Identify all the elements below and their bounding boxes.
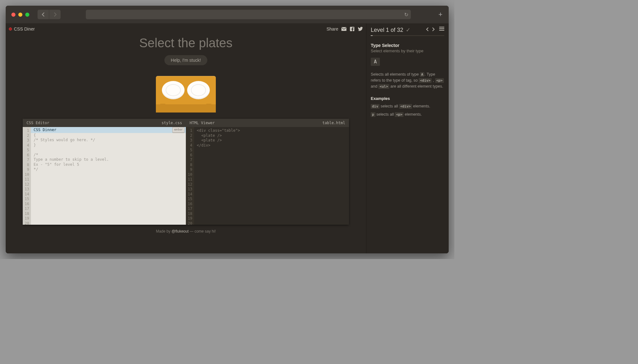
browser-window: ↻ + CSS Diner Share Select the plates He… xyxy=(6,6,449,253)
app-header: CSS Diner Share xyxy=(6,23,366,35)
html-viewer-title: HTML Viewer xyxy=(190,121,215,125)
progress-fill xyxy=(371,35,373,36)
reload-button[interactable]: ↻ xyxy=(404,12,408,18)
hint-text: Selects all elements of type A. Type ref… xyxy=(371,72,444,89)
css-editor-filename: style.css xyxy=(162,121,182,125)
diner-table xyxy=(156,76,216,113)
check-icon: ✓ xyxy=(406,26,411,33)
plate[interactable] xyxy=(187,81,210,99)
footer-suffix: — come say hi! xyxy=(189,229,216,234)
address-bar[interactable]: ↻ xyxy=(86,10,411,19)
footer-author-link[interactable]: @flukeout xyxy=(172,229,189,234)
browser-titlebar: ↻ + xyxy=(6,6,449,23)
syntax-display: A xyxy=(371,58,380,66)
table-edge xyxy=(156,104,216,113)
prev-level-button[interactable] xyxy=(426,27,429,33)
example-1: div selects all <div> elements. xyxy=(371,104,444,108)
brand: CSS Diner xyxy=(9,26,35,32)
css-editor-header: CSS Editor style.css xyxy=(23,119,186,127)
editor-panels: CSS Editor style.css 1 2 3 4 5 6 7 8 9 1… xyxy=(23,119,349,225)
main-area: CSS Diner Share Select the plates Help, … xyxy=(6,23,366,253)
css-line-numbers: 1 2 3 4 5 6 7 8 9 10 11 12 13 14 15 16 1… xyxy=(23,127,31,225)
instruction-text: Select the plates xyxy=(6,36,366,50)
help-sidebar: Level 1 of 32 ✓ Type Selector Select ele… xyxy=(366,23,449,253)
css-code-lines[interactable]: enter { /* Styles would go here. */ } /*… xyxy=(31,127,186,225)
new-tab-button[interactable]: + xyxy=(436,10,445,19)
twitter-icon[interactable] xyxy=(358,27,363,31)
forward-button[interactable] xyxy=(49,10,61,19)
plate[interactable] xyxy=(162,81,185,99)
table-leg xyxy=(160,104,165,109)
minimize-window-button[interactable] xyxy=(18,13,22,17)
enter-button[interactable]: enter xyxy=(172,127,185,133)
table-top xyxy=(156,76,216,104)
html-viewer-filename: table.html xyxy=(322,121,345,125)
hero: Select the plates Help, I'm stuck! xyxy=(6,35,366,71)
footer-prefix: Made by xyxy=(156,229,171,234)
html-code-lines: <div class="table"> <plate /> <plate /> … xyxy=(194,127,349,225)
share-label: Share xyxy=(327,26,338,32)
brand-title: CSS Diner xyxy=(14,26,35,32)
selector-subtitle: Select elements by their type xyxy=(371,49,444,53)
game-area xyxy=(6,71,366,119)
level-header: Level 1 of 32 ✓ xyxy=(371,26,444,33)
mail-icon[interactable] xyxy=(341,27,346,31)
example-2: p selects all <p> elements. xyxy=(371,112,444,117)
css-editor-pane: CSS Editor style.css 1 2 3 4 5 6 7 8 9 1… xyxy=(23,119,186,225)
css-editor-title: CSS Editor xyxy=(27,121,49,125)
html-line-numbers: 1 2 3 4 5 6 7 8 9 10 11 12 13 14 15 16 1… xyxy=(186,127,194,225)
facebook-icon[interactable] xyxy=(350,27,355,31)
app-content: CSS Diner Share Select the plates Help, … xyxy=(6,23,449,253)
chevron-right-icon xyxy=(53,12,57,17)
css-code-area: 1 2 3 4 5 6 7 8 9 10 11 12 13 14 15 16 1… xyxy=(23,127,186,225)
svg-rect-0 xyxy=(341,27,346,31)
selector-name: Type Selector xyxy=(371,43,444,48)
menu-button[interactable] xyxy=(439,27,444,33)
html-code-area: 1 2 3 4 5 6 7 8 9 10 11 12 13 14 15 16 1… xyxy=(186,127,349,225)
level-indicator: Level 1 of 32 xyxy=(371,27,403,33)
help-button[interactable]: Help, I'm stuck! xyxy=(164,55,207,65)
back-button[interactable] xyxy=(38,10,49,19)
css-hint-code: { /* Styles would go here. */ } /* Type … xyxy=(33,133,183,172)
html-viewer-pane: HTML Viewer table.html 1 2 3 4 5 6 7 8 9… xyxy=(186,119,349,225)
close-window-button[interactable] xyxy=(11,13,15,17)
maximize-window-button[interactable] xyxy=(25,13,29,17)
progress-bar xyxy=(371,35,444,36)
chevron-left-icon xyxy=(42,12,45,17)
browser-nav-buttons xyxy=(38,10,61,19)
css-input-row: enter xyxy=(31,127,186,133)
brand-logo-icon xyxy=(9,27,12,31)
share-group: Share xyxy=(327,26,363,32)
css-selector-input[interactable] xyxy=(33,127,172,132)
html-viewer-header: HTML Viewer table.html xyxy=(186,119,349,127)
footer: Made by @flukeout — come say hi! xyxy=(6,225,366,238)
html-markup-display: <div class="table"> <plate /> <plate /> … xyxy=(197,128,346,148)
examples-header: Examples xyxy=(371,96,444,101)
table-leg xyxy=(206,104,211,109)
window-controls xyxy=(11,13,29,17)
next-level-button[interactable] xyxy=(432,27,435,33)
level-nav xyxy=(426,27,444,33)
